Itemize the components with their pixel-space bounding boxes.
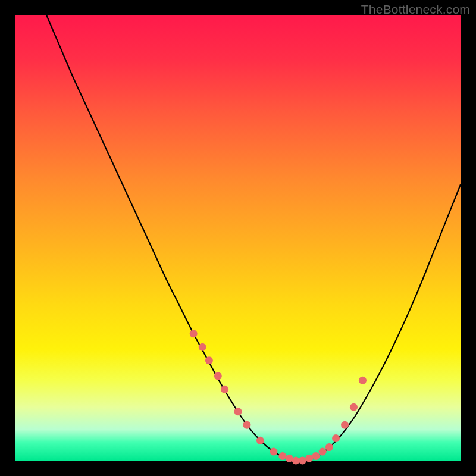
curve-marker	[270, 448, 277, 456]
curve-marker	[319, 448, 327, 456]
curve-marker	[299, 457, 306, 465]
chart-frame: TheBottleneck.com	[0, 0, 476, 476]
curve-marker	[221, 386, 228, 393]
chart-svg	[15, 15, 461, 461]
curve-marker	[350, 403, 358, 411]
curve-marker	[286, 455, 293, 462]
curve-marker	[278, 452, 286, 460]
curve-marker	[243, 421, 250, 429]
curve-marker	[359, 377, 367, 384]
curve-marker	[292, 457, 300, 465]
curve-marker	[199, 343, 206, 351]
curve-marker	[312, 452, 320, 460]
gradient-plot-area	[15, 15, 461, 461]
curve-marker	[325, 443, 333, 451]
curve-marker	[332, 434, 340, 442]
curve-marker	[234, 408, 242, 415]
bottleneck-curve	[46, 15, 461, 461]
curve-marker	[205, 356, 213, 364]
curve-marker	[190, 330, 198, 337]
watermark-text: TheBottleneck.com	[361, 2, 470, 17]
curve-marker	[341, 421, 349, 429]
curve-marker	[256, 437, 264, 444]
curve-marker	[214, 372, 222, 380]
curve-marker	[305, 455, 313, 462]
marker-group	[190, 330, 367, 464]
